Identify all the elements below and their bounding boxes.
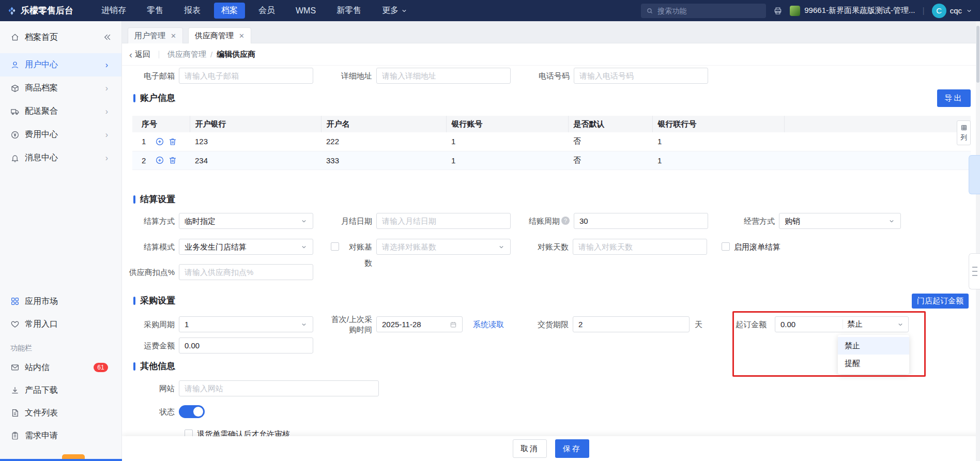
sidebar-item-inbox[interactable]: 站内信 61 xyxy=(0,356,121,379)
chevron-right-icon: › xyxy=(105,84,108,93)
page-title: 编辑供应商 xyxy=(217,50,255,59)
navbar-divider: | xyxy=(923,6,925,16)
column-settings[interactable]: 列 xyxy=(957,120,971,145)
nav-item-member[interactable]: 会员 xyxy=(251,3,282,19)
sidebar-item-delivery-aggregation[interactable]: 配送聚合 › xyxy=(0,100,121,123)
nav-item-inventory[interactable]: 进销存 xyxy=(94,3,133,19)
sidebar-item-archive-home[interactable]: 档案首页 xyxy=(0,21,121,53)
help-icon[interactable]: ? xyxy=(561,217,570,225)
table-header-row: 序号 开户银行 开户名 银行账号 是否默认 银行联行号 xyxy=(132,116,971,132)
freight-field[interactable] xyxy=(179,337,313,354)
sidebar-item-product-download[interactable]: 产品下载 xyxy=(0,379,121,402)
section-bar xyxy=(133,94,135,102)
scrollbar-thumb[interactable] xyxy=(976,26,979,83)
avatar: C xyxy=(932,4,946,18)
email-group: 电子邮箱 xyxy=(131,68,313,84)
floating-tools-tab[interactable] xyxy=(969,253,980,289)
nav-item-retail[interactable]: 零售 xyxy=(140,3,171,19)
store-min-order-button[interactable]: 门店起订金额 xyxy=(912,294,969,309)
breadcrumb-parent[interactable]: 供应商管理 xyxy=(167,50,206,59)
printer-icon[interactable] xyxy=(773,6,783,16)
bank-accounts-table: 序号 开户银行 开户名 银行账号 是否默认 银行联行号 1 123 xyxy=(132,116,971,170)
nav-item-archive[interactable]: 档案 xyxy=(214,3,245,19)
purchase-date-field[interactable]: 2025-11-28 xyxy=(376,316,463,332)
user-name: cqc xyxy=(950,6,962,15)
address-field[interactable] xyxy=(376,68,511,84)
sidebar-item-file-list[interactable]: 文件列表 xyxy=(0,402,121,424)
rolling-settle-checkbox[interactable] xyxy=(722,242,730,251)
save-button[interactable]: 保存 xyxy=(555,439,589,458)
status-toggle[interactable] xyxy=(179,405,205,418)
sidebar-item-goods-archive[interactable]: 商品档案 › xyxy=(0,76,121,100)
chevron-down-icon xyxy=(498,243,505,251)
close-icon[interactable]: ✕ xyxy=(239,32,244,40)
app-brand[interactable]: 乐檬零售后台 xyxy=(0,5,79,17)
sidebar-bottom-tag xyxy=(62,454,85,459)
business-mode-select[interactable]: 购销 xyxy=(779,213,901,229)
nav-item-wms[interactable]: WMS xyxy=(288,4,323,18)
store-selector[interactable]: 99661-新界面果蔬版测试-管理... xyxy=(790,6,915,16)
sidebar-item-user-center[interactable]: 用户中心 › xyxy=(0,53,121,76)
global-search[interactable] xyxy=(641,4,766,18)
settle-cycle-field[interactable] xyxy=(574,213,708,229)
truck-icon xyxy=(10,107,20,116)
back-button[interactable]: ‹ 返回 xyxy=(129,50,150,59)
close-icon[interactable]: ✕ xyxy=(171,32,176,40)
min-order-control: 禁止 xyxy=(775,316,909,332)
settle-mode-select[interactable]: 业务发生门店结算 xyxy=(179,239,313,255)
month-date-field[interactable] xyxy=(376,213,511,229)
add-row-icon[interactable] xyxy=(155,137,164,146)
recon-base-checkbox[interactable] xyxy=(331,242,339,251)
dropdown-option-remind[interactable]: 提醒 xyxy=(838,355,909,372)
address-group: 详细地址 xyxy=(334,68,511,84)
search-input[interactable] xyxy=(657,7,761,15)
sidebar-item-favorites[interactable]: 常用入口 xyxy=(0,313,121,335)
sidebar-item-app-market[interactable]: 应用市场 xyxy=(0,290,121,313)
deduction-field[interactable] xyxy=(179,264,313,280)
website-field[interactable] xyxy=(179,380,379,396)
chevron-down-icon xyxy=(897,321,904,328)
heart-icon xyxy=(10,319,20,329)
floating-panel-tab[interactable] xyxy=(969,155,980,194)
delete-row-icon[interactable] xyxy=(168,156,177,165)
sidebar-spacer xyxy=(0,170,121,290)
tab-user-management[interactable]: 用户管理 ✕ xyxy=(128,27,183,43)
nav-item-new-retail[interactable]: 新零售 xyxy=(329,3,369,19)
user-menu[interactable]: C cqc xyxy=(932,4,973,18)
settle-method-select[interactable]: 临时指定 xyxy=(179,213,313,229)
email-field[interactable] xyxy=(179,68,313,84)
phone-field[interactable] xyxy=(574,68,708,84)
section-bar xyxy=(133,297,135,305)
sidebar-item-expense-center[interactable]: 费用中心 › xyxy=(0,123,121,146)
delivery-days-field[interactable] xyxy=(573,316,690,332)
add-row-icon[interactable] xyxy=(155,156,164,165)
settle-mode-group: 结算模式 业务发生门店结算 xyxy=(131,239,313,255)
sidebar-item-message-center[interactable]: 消息中心 › xyxy=(0,146,121,170)
chevron-right-icon: › xyxy=(105,131,108,139)
nav-item-more[interactable]: 更多 xyxy=(375,3,415,19)
min-order-amount-field[interactable] xyxy=(775,320,843,329)
cancel-button[interactable]: 取消 xyxy=(513,439,547,458)
recon-base-select[interactable]: 请选择对账基数 xyxy=(376,239,511,255)
dropdown-option-forbid[interactable]: 禁止 xyxy=(838,337,909,355)
clipboard-icon xyxy=(10,431,20,440)
settle-method-group: 结算方式 临时指定 xyxy=(131,213,313,229)
collapse-sidebar-icon[interactable] xyxy=(103,33,112,42)
delivery-days-group: 交货期限 天 xyxy=(530,316,702,332)
purchase-cycle-select[interactable]: 1 xyxy=(179,316,313,332)
scrollbar-track[interactable] xyxy=(976,21,980,461)
unread-badge: 61 xyxy=(94,363,108,372)
min-order-mode-select[interactable]: 禁止 xyxy=(843,317,908,332)
system-read-link[interactable]: 系统读取 xyxy=(473,316,504,332)
delete-row-icon[interactable] xyxy=(168,137,177,146)
mail-icon xyxy=(10,363,20,372)
nav-item-reports[interactable]: 报表 xyxy=(177,3,208,19)
tab-supplier-management[interactable]: 供应商管理 ✕ xyxy=(188,27,251,43)
main-content: 用户管理 ✕ 供应商管理 ✕ ‹ 返回 供应商管理 / 编辑供应商 电子邮箱 详… xyxy=(122,21,980,461)
yen-circle-icon xyxy=(10,130,20,140)
sidebar-item-request[interactable]: 需求申请 xyxy=(0,424,121,447)
export-button[interactable]: 导出 xyxy=(937,89,971,107)
grid-icon xyxy=(960,124,968,131)
settle-cycle-group: 结账周期 ? xyxy=(516,213,708,229)
recon-days-field[interactable] xyxy=(573,239,707,255)
